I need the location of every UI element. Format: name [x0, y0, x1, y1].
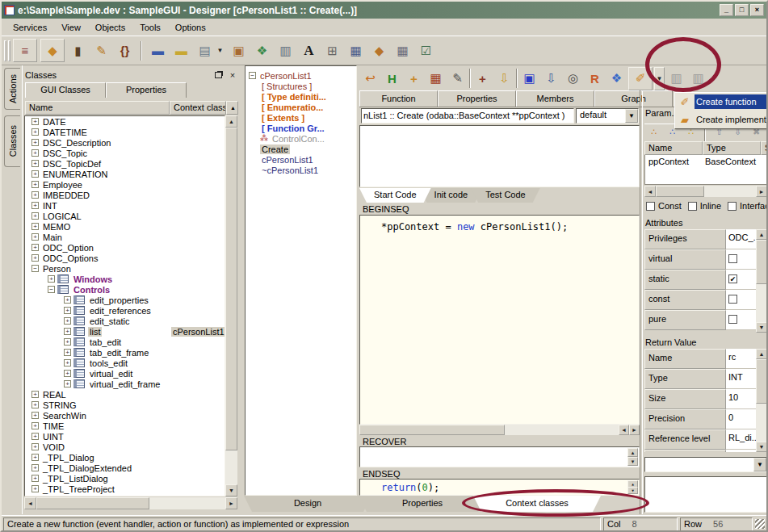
expand-toggle-icon[interactable]: +	[64, 307, 71, 314]
save-icon[interactable]: ▣	[519, 69, 539, 89]
image-icon[interactable]: ▣	[229, 40, 249, 61]
minimize-button[interactable]: _	[720, 4, 733, 16]
formula-icon[interactable]: ⊞	[322, 40, 342, 61]
params-grid[interactable]: ppContext BaseContext	[644, 155, 767, 185]
attribute-value[interactable]	[726, 290, 756, 310]
toolbar-grip[interactable]	[8, 40, 10, 61]
return-row[interactable]: Size 10	[644, 389, 756, 409]
menu-item[interactable]: Tools	[133, 21, 167, 34]
menu-item[interactable]: Objects	[89, 21, 132, 34]
ink-bottle-icon[interactable]: ▮	[68, 40, 88, 61]
menu-option[interactable]: ✐ Create function	[675, 93, 768, 111]
return-row[interactable]: Reference level RL_di...	[644, 429, 756, 450]
generate-icon[interactable]: ▦	[426, 69, 446, 89]
chamfer2-icon[interactable]: ◆	[369, 40, 389, 61]
expand-toggle-icon[interactable]: +	[31, 202, 39, 209]
code-tab[interactable]: Test Code	[471, 188, 540, 203]
checkbox-icon[interactable]	[646, 202, 655, 211]
expand-toggle-icon[interactable]: +	[31, 170, 39, 178]
create-function-arrow-icon[interactable]: ▼	[654, 67, 665, 90]
expand-toggle-icon[interactable]: +	[31, 191, 39, 199]
class-tree-item[interactable]: + IMBEDDED	[25, 190, 225, 200]
checkbox-icon[interactable]	[728, 202, 737, 211]
scroll-down-icon[interactable]: ▼	[756, 322, 767, 333]
code-tab[interactable]: Start Code	[359, 188, 431, 203]
rename-icon[interactable]: R	[585, 69, 605, 89]
dropdown-arrow-icon[interactable]: ▼	[215, 40, 225, 61]
class-tree-item[interactable]: + DATETIME	[25, 127, 225, 137]
class-tree-item[interactable]: + DSC_TopicDef	[25, 158, 225, 169]
scroll-thumb[interactable]	[756, 359, 767, 404]
start-code-editor[interactable]: *ppContext = new cPersonList1();	[359, 215, 640, 425]
member-tree-item[interactable]: [ Structures ]	[246, 81, 356, 91]
return-row[interactable]: Precision 0	[644, 409, 756, 429]
class-tree-item[interactable]: + ODC_Options	[25, 253, 225, 263]
function-tab[interactable]: Function	[359, 90, 438, 107]
class-tree-item[interactable]: + INT	[25, 200, 225, 211]
menu-item[interactable]: View	[55, 21, 87, 34]
class-tree-item[interactable]: + _TPL_DialogExtended	[25, 463, 225, 473]
menu-item[interactable]: Services	[6, 21, 53, 34]
class-tree-item[interactable]: + _TPL_TreeProject	[25, 484, 225, 494]
drawer-yellow-icon[interactable]: ▬	[171, 40, 191, 61]
class-tree-item[interactable]: + edit_references	[25, 305, 225, 316]
attribute-row[interactable]: const	[644, 290, 756, 310]
function-tab[interactable]: Members	[516, 90, 594, 107]
member-tree-item[interactable]: Create	[246, 144, 356, 154]
expand-toggle-icon[interactable]: +	[31, 244, 39, 251]
member-tree-item[interactable]: ~cPersonList1	[246, 165, 356, 175]
toolbar-grip[interactable]	[4, 40, 6, 61]
scroll-right-icon[interactable]: ►	[629, 425, 640, 435]
attribute-row[interactable]: static	[644, 270, 756, 290]
attribute-row[interactable]: virtual	[644, 249, 756, 270]
member-tree-item[interactable]: − cPersonList1	[246, 70, 356, 81]
class-tree-item[interactable]: + tab_edit	[25, 337, 225, 347]
notes-area[interactable]	[644, 476, 767, 513]
add-member-icon[interactable]: +	[472, 69, 493, 89]
attribute-row[interactable]: Privileges ODC_...	[644, 229, 756, 249]
return-field-value[interactable]: 10	[726, 389, 756, 409]
scroll-thumb[interactable]	[359, 425, 505, 435]
column-header-name[interactable]: Name	[25, 101, 170, 115]
expand-toggle-icon[interactable]: +	[31, 181, 39, 188]
scroll-down-icon[interactable]: ▼	[225, 484, 237, 496]
menu-option[interactable]: ▰ Create implementation	[675, 111, 768, 128]
form-select-icon[interactable]: ▤	[195, 40, 215, 61]
grid-column-header[interactable]: Name	[644, 141, 703, 155]
chevron-down-icon[interactable]: ▼	[625, 109, 638, 123]
class-tree-item[interactable]: + DSC_Topic	[25, 148, 225, 158]
relations-icon[interactable]: ❖	[606, 69, 627, 89]
edit-function-icon[interactable]: ✎	[447, 69, 468, 89]
expand-toggle-icon[interactable]: +	[31, 118, 39, 125]
expand-toggle-icon[interactable]: +	[31, 422, 39, 429]
scroll-left-icon[interactable]: ◄	[644, 186, 656, 197]
expand-toggle-icon[interactable]: +	[31, 212, 39, 220]
expand-toggle-icon[interactable]: +	[31, 401, 39, 408]
implementation-combo[interactable]: default ▼	[576, 108, 639, 124]
grid-column-header[interactable]: Type	[703, 141, 761, 155]
signature-field[interactable]: nList1 :: Create (odaba::BaseContext **p…	[361, 108, 574, 124]
expand-toggle-icon[interactable]: +	[31, 391, 39, 398]
expand-toggle-icon[interactable]: +	[31, 139, 39, 146]
grid-column-header[interactable]: Si	[761, 141, 768, 155]
class-tree-item[interactable]: + SearchWin	[25, 410, 225, 421]
expand-toggle-icon[interactable]: +	[31, 485, 39, 492]
member-tree-item[interactable]: [ Enumeratio...	[246, 102, 356, 112]
sort-asc-icon[interactable]: ▲	[226, 101, 238, 115]
revert-icon[interactable]: ↩	[360, 69, 380, 89]
expand-toggle-icon[interactable]: −	[31, 265, 39, 272]
class-tree-item[interactable]: + Windows	[25, 274, 225, 284]
modifier-checkbox[interactable]: Const	[646, 201, 682, 211]
scroll-down-icon[interactable]: ▾	[627, 457, 638, 466]
expand-toggle-icon[interactable]: +	[31, 233, 39, 241]
modifier-checkbox[interactable]: Interfac	[728, 201, 768, 211]
expand-toggle-icon[interactable]: +	[64, 359, 71, 367]
form-check-icon[interactable]: ☑	[416, 40, 436, 61]
binding-icon[interactable]: {}	[115, 40, 135, 61]
member-tree-item[interactable]: [ Function Gr...	[246, 123, 356, 133]
scroll-left-icon[interactable]: ◄	[619, 425, 629, 435]
scroll-up-icon[interactable]: ▴	[627, 448, 638, 457]
class-tree-item[interactable]: + ODC_Option	[25, 242, 225, 253]
attribute-value[interactable]	[726, 249, 756, 270]
checkbox-icon[interactable]	[728, 254, 737, 263]
